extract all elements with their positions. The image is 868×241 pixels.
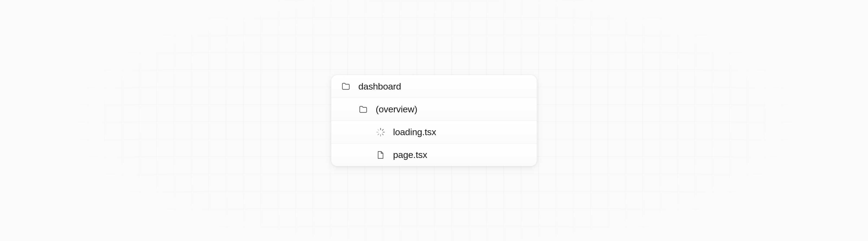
file-tree-panel: dashboard (overview) [331, 74, 537, 167]
tree-item-label: loading.tsx [393, 127, 436, 137]
tree-item-page[interactable]: page.tsx [331, 143, 537, 166]
tree-item-label: page.tsx [393, 150, 427, 160]
svg-line-1 [382, 129, 383, 130]
folder-icon [358, 104, 368, 114]
tree-item-dashboard[interactable]: dashboard [331, 75, 537, 98]
tree-item-overview[interactable]: (overview) [331, 98, 537, 121]
tree-item-loading[interactable]: loading.tsx [331, 121, 537, 143]
svg-line-7 [378, 129, 379, 130]
tree-item-label: (overview) [376, 104, 417, 115]
svg-line-3 [382, 134, 383, 135]
tree-item-label: dashboard [358, 81, 401, 92]
folder-icon [341, 82, 351, 91]
svg-line-5 [378, 134, 379, 135]
spinner-icon [376, 127, 385, 137]
file-icon [376, 150, 385, 160]
